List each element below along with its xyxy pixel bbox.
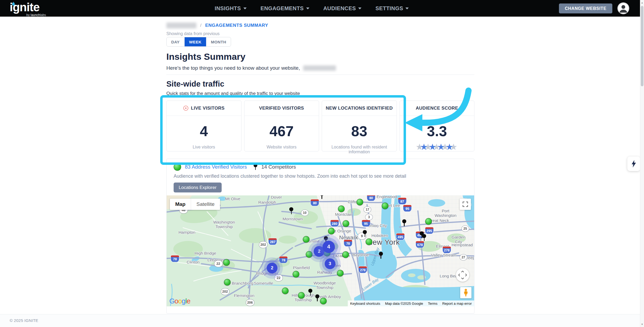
legend-label[interactable]: 83 Address Verified Visitors	[185, 164, 247, 170]
route-shield: 202	[259, 241, 268, 248]
map-label: Hempstead	[452, 243, 473, 247]
map-description: Audience with verified locations cluster…	[174, 173, 406, 179]
map-type-map-button[interactable]: Map	[170, 199, 191, 210]
route-shield: 678	[416, 241, 425, 248]
cluster-marker[interactable]: 2	[261, 257, 283, 279]
fullscreen-button[interactable]	[460, 199, 471, 210]
attribution-link-keyboard-shortcuts[interactable]: Keyboard shortcuts	[348, 302, 383, 306]
competitor-pin[interactable]	[363, 230, 367, 237]
visitor-marker[interactable]	[282, 287, 289, 294]
map-label: Clinton	[186, 260, 199, 264]
map-legend: 83 Address Verified Visitors14 Competito…	[174, 163, 296, 171]
nav-item-insights[interactable]: INSIGHTS	[215, 5, 247, 12]
attribution-link-terms[interactable]: Terms	[426, 302, 440, 306]
attribution-link-report-a-map-error[interactable]: Report a map error	[440, 302, 474, 306]
pan-control[interactable]	[456, 268, 469, 282]
visitor-marker[interactable]	[328, 228, 335, 235]
nav-item-label: AUDIENCES	[323, 5, 356, 12]
attribution-link-map-data-2025-google[interactable]: Map data ©2025 Google	[383, 302, 426, 306]
page-scrollbar[interactable]: ▲ ▼	[640, 0, 644, 327]
route-shield: 25	[461, 225, 469, 232]
map-label: Mt Olive	[225, 196, 240, 201]
visitor-marker[interactable]	[293, 271, 299, 277]
change-website-button[interactable]: CHANGE WEBSITE	[559, 3, 612, 13]
map-label: High Bridge	[195, 251, 216, 255]
period-option-week[interactable]: WEEK	[185, 37, 207, 46]
stat-card-header: AUDIENCE SCORE	[400, 101, 474, 116]
nav-item-label: INSIGHTS	[215, 5, 241, 12]
visitor-marker[interactable]	[425, 218, 432, 225]
legend-label: 14 Competitors	[261, 164, 296, 170]
footer-text: © 2025 IGNITE	[10, 318, 38, 323]
route-shield: 10	[301, 210, 309, 216]
google-logo-letter: g	[182, 297, 185, 305]
visitor-marker[interactable]	[356, 199, 363, 206]
map-label: Somerville	[254, 281, 273, 285]
page-title: Insights Summary	[166, 51, 246, 62]
cluster-halo: 2	[261, 257, 283, 279]
visitor-marker[interactable]	[342, 251, 349, 258]
scroll-down-icon[interactable]: ▼	[640, 322, 644, 326]
divider	[166, 75, 474, 75]
nav-item-settings[interactable]: SETTINGS	[375, 5, 409, 12]
quick-actions-tab[interactable]	[627, 157, 640, 171]
visitor-marker[interactable]	[298, 292, 305, 299]
map-label: Union City	[368, 223, 387, 228]
map-overlays: DoverMt OliveRandolphHackettstownMorrist…	[167, 195, 474, 306]
scrollbar-thumb[interactable]	[641, 6, 643, 86]
brand-logo[interactable]: ignite by launchlabs	[10, 1, 39, 14]
pegman-icon	[463, 289, 469, 297]
user-icon	[617, 2, 629, 14]
route-shield: 3	[365, 214, 373, 220]
visitor-marker[interactable]	[320, 298, 327, 304]
competitor-pin[interactable]	[308, 289, 313, 296]
page-subtitle: Here's the top things you need to know a…	[166, 65, 336, 71]
redacted-text	[166, 23, 196, 28]
route-shield: 287	[268, 238, 277, 245]
map-label: Woodbridge Township	[313, 281, 336, 290]
route-shield: 78	[170, 255, 179, 262]
competitor-pin[interactable]	[422, 234, 426, 241]
pegman-control[interactable]	[460, 287, 471, 298]
visitor-marker[interactable]	[343, 220, 349, 227]
competitor-pin[interactable]	[379, 252, 383, 259]
breadcrumb-current[interactable]: ENGAGEMENTS SUMMARY	[205, 23, 268, 28]
map-label: Flemington	[234, 293, 254, 298]
brand-tagline: by launchlabs	[26, 13, 46, 17]
stat-card-value: 83	[322, 123, 397, 139]
competitor-pin[interactable]	[315, 294, 320, 302]
stat-card-caption: Locations found with resident informatio…	[322, 145, 397, 154]
green-marker-icon	[174, 163, 181, 171]
map-label: Washington Township	[213, 220, 235, 229]
stat-card-live-visitors: LIVE VISITORS4Live visitors	[166, 101, 241, 151]
scroll-up-icon[interactable]: ▲	[640, 1, 644, 5]
top-nav: ignite by launchlabs INSIGHTSENGAGEMENTS…	[0, 0, 644, 17]
nav-item-engagements[interactable]: ENGAGEMENTS	[261, 5, 309, 12]
nav-item-audiences[interactable]: AUDIENCES	[323, 5, 361, 12]
avatar[interactable]	[617, 2, 629, 14]
google-map[interactable]: DoverMt OliveRandolphHackettstownMorrist…	[167, 195, 474, 306]
period-option-month[interactable]: MONTH	[206, 37, 231, 46]
visitor-marker[interactable]	[382, 202, 388, 209]
competitor-pin[interactable]	[402, 219, 407, 226]
route-shield: 278	[442, 246, 451, 253]
period-option-day[interactable]: DAY	[167, 37, 185, 46]
visitor-marker[interactable]	[338, 205, 345, 212]
visitor-marker[interactable]	[224, 279, 230, 286]
locations-explorer-button[interactable]: Locations Explorer	[174, 183, 222, 192]
route-shield: 202	[221, 288, 229, 295]
visitor-marker[interactable]	[366, 238, 372, 245]
stat-card-caption: Website visitors	[244, 145, 319, 150]
map-type-satellite-button[interactable]: Satellite	[191, 199, 220, 210]
map-label: Valley Stream	[431, 253, 456, 257]
cluster-marker[interactable]: 3	[319, 253, 341, 274]
competitor-pin[interactable]	[289, 207, 294, 214]
stat-card-title: LIVE VISITORS	[191, 106, 225, 111]
google-logo[interactable]: Google	[169, 297, 190, 305]
pan-arrows-icon	[458, 270, 467, 280]
black-pin-icon	[253, 164, 258, 170]
visitor-marker[interactable]	[223, 259, 230, 266]
map-label: Newark	[339, 235, 358, 240]
competitor-pin[interactable]	[320, 195, 324, 199]
route-shield: 495	[396, 233, 405, 240]
